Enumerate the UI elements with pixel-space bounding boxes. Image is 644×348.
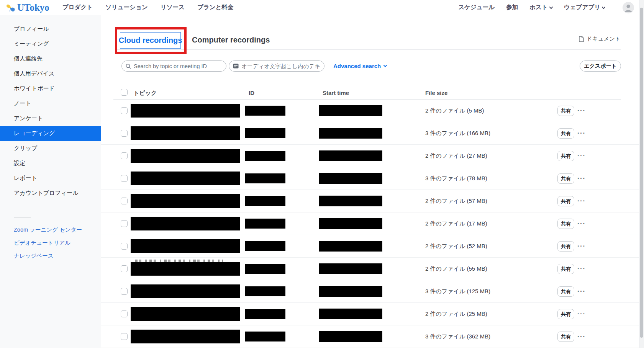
- row-checkbox[interactable]: [121, 198, 128, 204]
- more-options-button[interactable]: ···: [577, 145, 586, 167]
- more-options-button[interactable]: ···: [577, 280, 586, 302]
- table-row: 2 件のファイル (25 MB) 共有 ···: [101, 303, 644, 325]
- sidebar-item-recordings[interactable]: レコーディング: [0, 126, 101, 141]
- table-row: 2 件のファイル (5 MB) 共有 ···: [101, 100, 644, 122]
- sidebar-item-settings[interactable]: 設定: [0, 156, 101, 171]
- sidebar-item-meetings[interactable]: ミーティング: [0, 36, 101, 51]
- sidebar-item-clips[interactable]: クリップ: [0, 141, 101, 156]
- redacted-meeting-id: [245, 264, 285, 274]
- redacted-meeting-id: [245, 332, 285, 341]
- redacted-meeting-id: [245, 128, 285, 138]
- redacted-topic: [131, 172, 240, 185]
- table-row: 2 件のファイル (55 MB) 共有 ···: [101, 258, 644, 280]
- row-checkbox[interactable]: [121, 175, 128, 182]
- sidebar-item-whiteboard[interactable]: ホワイトボード: [0, 81, 101, 96]
- share-button[interactable]: 共有: [557, 196, 574, 206]
- row-checkbox[interactable]: [121, 288, 128, 295]
- sidebar-item-surveys[interactable]: アンケート: [0, 111, 101, 126]
- redacted-start-time: [319, 218, 382, 229]
- share-button[interactable]: 共有: [557, 128, 574, 139]
- redacted-start-time: [319, 105, 382, 116]
- more-options-button[interactable]: ···: [577, 258, 586, 280]
- more-options-button[interactable]: ···: [577, 235, 586, 257]
- sidebar-item-profile[interactable]: プロフィール: [0, 21, 101, 36]
- transcript-search-field[interactable]: [229, 60, 324, 72]
- recordings-table-body: 2 件のファイル (5 MB) 共有 ··· 3 件のファイル (166 MB)…: [101, 100, 644, 348]
- account-nav-links: スケジュール 参加 ホスト ウェブアプリ: [458, 2, 634, 13]
- row-file-size: 2 件のファイル (27 MB): [425, 145, 487, 167]
- share-button[interactable]: 共有: [557, 332, 574, 342]
- table-row: 2 件のファイル (52 MB) 共有 ···: [101, 235, 644, 258]
- more-options-button[interactable]: ···: [577, 212, 586, 235]
- transcript-search-input[interactable]: [241, 63, 320, 69]
- export-button[interactable]: エクスポート: [580, 60, 621, 72]
- table-row: 2 件のファイル (27 MB) 共有 ···: [101, 145, 644, 167]
- redacted-topic: [131, 330, 240, 343]
- sidebar-item-personal-devices[interactable]: 個人用デバイス: [0, 66, 101, 81]
- more-options-button[interactable]: ···: [577, 122, 586, 144]
- link-video-tutorials[interactable]: ビデオチュートリアル: [0, 236, 101, 249]
- search-input[interactable]: [134, 63, 222, 69]
- select-all-checkbox[interactable]: [121, 89, 128, 96]
- nav-webapp-dropdown[interactable]: ウェブアプリ: [564, 3, 605, 11]
- share-button[interactable]: 共有: [557, 151, 574, 161]
- topic-search-field[interactable]: [121, 60, 226, 72]
- share-button[interactable]: 共有: [557, 264, 574, 274]
- column-header-id: ID: [249, 90, 254, 96]
- row-checkbox[interactable]: [121, 333, 128, 340]
- share-button[interactable]: 共有: [557, 173, 574, 184]
- redacted-meeting-id: [245, 286, 285, 296]
- primary-nav-links: プロダクト ソリューション リソース プランと料金: [62, 3, 234, 11]
- sidebar-item-personal-contacts[interactable]: 個人連絡先: [0, 51, 101, 66]
- row-checkbox[interactable]: [121, 152, 128, 159]
- nav-join[interactable]: 参加: [506, 3, 518, 11]
- advanced-search-toggle[interactable]: Advanced search: [333, 60, 387, 72]
- row-checkbox[interactable]: [121, 220, 128, 227]
- nav-schedule[interactable]: スケジュール: [458, 3, 495, 11]
- annotation-highlight-box: Cloud recordings: [115, 27, 187, 54]
- document-icon: [579, 36, 584, 42]
- sidebar-item-reports[interactable]: レポート: [0, 171, 101, 186]
- tab-cloud-recordings[interactable]: Cloud recordings: [120, 32, 181, 49]
- share-button[interactable]: 共有: [557, 286, 574, 297]
- vertical-scrollbar-track[interactable]: [639, 0, 644, 348]
- share-button[interactable]: 共有: [557, 219, 574, 229]
- row-checkbox[interactable]: [121, 265, 128, 272]
- user-avatar[interactable]: [623, 2, 634, 13]
- more-options-button[interactable]: ···: [577, 100, 586, 122]
- row-checkbox[interactable]: [121, 130, 128, 137]
- share-button[interactable]: 共有: [557, 106, 574, 116]
- redacted-topic: [131, 104, 240, 118]
- redacted-start-time: [319, 128, 382, 139]
- link-knowledge-base[interactable]: ナレッジベース: [0, 249, 101, 262]
- more-options-button[interactable]: ···: [577, 303, 586, 325]
- nav-solutions[interactable]: ソリューション: [105, 3, 148, 11]
- row-checkbox[interactable]: [121, 107, 128, 114]
- nav-resources[interactable]: リソース: [161, 3, 185, 11]
- more-options-button[interactable]: ···: [577, 190, 586, 212]
- tabs-divider: [115, 49, 621, 50]
- row-checkbox[interactable]: [121, 310, 128, 317]
- share-button[interactable]: 共有: [557, 241, 574, 252]
- documentation-link[interactable]: ドキュメント: [579, 35, 621, 42]
- redacted-meeting-id: [245, 173, 285, 183]
- more-options-button[interactable]: ···: [577, 167, 586, 190]
- row-checkbox[interactable]: [121, 243, 128, 250]
- share-button[interactable]: 共有: [557, 309, 574, 319]
- sidebar-item-account-profile[interactable]: アカウントプロフィール: [0, 186, 101, 201]
- tab-cloud-recordings-label: Cloud recordings: [119, 36, 182, 45]
- more-options-button[interactable]: ···: [577, 325, 586, 348]
- redacted-start-time: [319, 331, 382, 342]
- tab-computer-recordings[interactable]: Computer recordings: [192, 34, 270, 45]
- redacted-topic: [131, 307, 240, 321]
- person-icon: [623, 2, 634, 13]
- sidebar-item-notes[interactable]: ノート: [0, 96, 101, 111]
- nav-host-dropdown[interactable]: ホスト: [529, 3, 552, 11]
- redacted-topic: [131, 284, 240, 298]
- utokyo-logo[interactable]: UTokyo: [5, 2, 49, 13]
- vertical-scrollbar-thumb[interactable]: [640, 8, 643, 338]
- link-zoom-learning-center[interactable]: Zoom ラーニング センター: [0, 223, 101, 236]
- nav-plans-pricing[interactable]: プランと料金: [197, 3, 233, 11]
- nav-products[interactable]: プロダクト: [62, 3, 93, 11]
- table-row: 2 件のファイル (57 MB) 共有 ···: [101, 190, 644, 212]
